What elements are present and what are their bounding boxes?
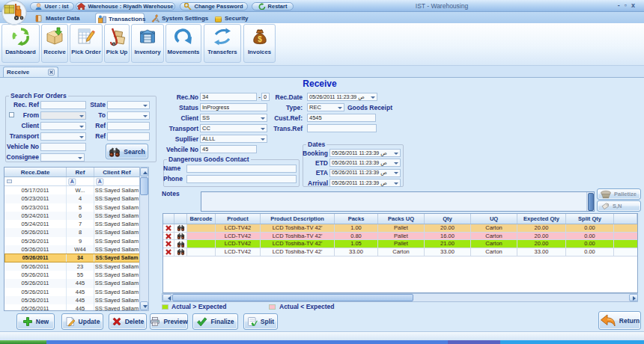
scroll-right-icon[interactable] (629, 294, 638, 301)
product-col-header[interactable]: Split Qty (566, 214, 614, 224)
change-password-button[interactable]: Change Password (180, 2, 248, 10)
filter-a-icon[interactable]: A (68, 178, 76, 185)
product-grid-row[interactable]: LCD-TV42 LCD Toshiba-TV 42' 1.05 Pallet … (163, 240, 637, 248)
start-button[interactable] (0, 340, 46, 344)
find-row-cell[interactable] (174, 248, 187, 257)
delete-row-cell[interactable] (163, 224, 174, 233)
orders-grid-row[interactable]: 05/26/20119SS:Sayed Sallam (4, 237, 148, 245)
orders-grid-row[interactable]: 05/26/2011445SS:Sayed Sallam (4, 296, 148, 304)
search-button[interactable]: Search (106, 144, 148, 159)
orders-grid-row[interactable]: 05/26/201134SS:Sayed Sallam (4, 254, 148, 262)
product-grid-row[interactable]: LCD-TV42 LCD Toshiba-TV 42' 33.00 Carton… (163, 248, 637, 257)
tab-security[interactable]: Security (212, 13, 254, 23)
supplier-select[interactable]: ALLL (200, 135, 267, 143)
arrival-date-select[interactable]: 05/26/2011 11:23:39 ص (329, 179, 401, 187)
orders-grid-row[interactable]: 05/26/20118SS:Sayed Sallam (4, 228, 148, 236)
finalize-button[interactable]: Finalize (192, 313, 238, 330)
phone-input[interactable] (186, 175, 297, 183)
to-select[interactable] (107, 111, 150, 120)
toolbar-pick-order-button[interactable]: Pick Order (70, 24, 103, 63)
transport-select[interactable]: CC (200, 124, 267, 132)
new-button[interactable]: New (16, 313, 55, 330)
scroll-left-icon[interactable] (162, 294, 171, 301)
split-button[interactable]: Split (243, 313, 278, 330)
palletize-button[interactable]: Palletize (597, 188, 641, 200)
orders-grid-row[interactable]: 05/26/2011W44SS:Sayed Sallam (4, 245, 148, 254)
orders-grid-row[interactable]: 05/26/201155SS:Sayed Sallam (4, 271, 148, 279)
orders-grid-row[interactable]: 05/26/2011445SS:Sayed Sallam (4, 304, 148, 311)
state-select[interactable] (107, 101, 150, 109)
rec-date-select[interactable]: 05/26/2011 11:23:39 ص (307, 93, 377, 101)
name-input[interactable] (186, 165, 297, 173)
restart-button[interactable]: Restart (252, 2, 294, 10)
update-button[interactable]: Update (61, 313, 103, 330)
close-button[interactable]: x (631, 2, 635, 8)
notes-scroll-thumb[interactable] (588, 193, 594, 211)
orders-grid-row[interactable]: 05/23/20114SS:Sayed Sallam (4, 194, 148, 203)
trans-ref-input[interactable] (307, 124, 377, 132)
tab-transactions[interactable]: Transactions (95, 13, 145, 24)
delete-row-cell[interactable] (163, 233, 174, 241)
find-row-cell[interactable] (174, 240, 187, 248)
type-select[interactable]: REC (307, 103, 344, 111)
orders-grid-row[interactable]: 05/26/2011445SS:Sayed Sallam (4, 288, 148, 296)
scroll-thumb[interactable] (172, 294, 413, 301)
maximize-button[interactable]: ▫ (625, 2, 627, 8)
product-col-header[interactable]: Packs UQ (378, 214, 425, 224)
product-col-header[interactable]: Product (216, 214, 261, 224)
product-col-header[interactable]: Expected Qty (517, 214, 566, 224)
orders-grid-row[interactable]: 05/24/20117SS:Sayed Sallam (4, 220, 148, 228)
eta-date-select[interactable]: 05/26/2011 11:23:39 ص (329, 169, 401, 177)
product-col-header[interactable]: Qty (425, 214, 471, 224)
product-col-header[interactable]: Barcode (187, 214, 216, 224)
find-row-cell[interactable] (174, 233, 187, 241)
product-col-header[interactable]: UQ (471, 214, 517, 224)
scroll-up-icon[interactable] (140, 168, 148, 176)
close-tab-icon[interactable] (48, 69, 55, 76)
product-grid-hscrollbar[interactable] (162, 293, 638, 302)
product-col-header[interactable]: Product Description (261, 214, 335, 224)
minimize-button[interactable]: - (618, 2, 620, 8)
sn-button[interactable]: S,N (597, 200, 641, 212)
orders-grid-vscrollbar[interactable] (139, 167, 149, 311)
scroll-thumb[interactable] (140, 177, 148, 195)
filter-a-icon[interactable]: A (96, 178, 104, 185)
product-grid-row[interactable]: LCD-TV42 LCD Toshiba-TV 42' 0.80 Pallet … (163, 233, 637, 241)
orders-col-header[interactable]: Ref (67, 168, 94, 176)
tab-system-settings[interactable]: System Settings (149, 13, 206, 23)
user-pill[interactable]: User : ist (30, 2, 74, 10)
preview-button[interactable]: Preview (150, 313, 188, 330)
filter-indicator-icon[interactable] (7, 179, 12, 183)
product-col-header[interactable]: Packs (335, 214, 378, 224)
orders-grid-row[interactable]: 05/24/20116SS:Sayed Sallam (4, 212, 148, 220)
scroll-down-icon[interactable] (140, 301, 148, 310)
vehicle-input[interactable]: 45 (200, 145, 257, 153)
taskbar-app-button[interactable] (448, 340, 500, 344)
product-grid-row[interactable]: LCD-TV42 LCD Toshiba-TV 42' 1.00 Pallet … (163, 224, 637, 233)
orders-grid-row[interactable]: 05/26/201123SS:Sayed Sallam (4, 262, 148, 271)
tab-master-data[interactable]: Master Data (33, 13, 87, 23)
consignee-select[interactable] (40, 153, 85, 162)
warehouse-pill[interactable]: Warehouse : Riyadh Warehouse (76, 2, 175, 10)
status-input[interactable]: InProgress (200, 103, 267, 111)
orders-col-header[interactable]: Rece.Date (4, 168, 67, 176)
return-button[interactable]: Return (598, 311, 641, 330)
toolbar-transfers-button[interactable]: Transefers (204, 24, 241, 63)
toolbar-inventory-button[interactable]: Inventory (131, 24, 164, 63)
toolbar-movements-button[interactable]: Movements (165, 24, 201, 63)
booking-date-select[interactable]: 05/26/2011 11:23:39 ص (329, 149, 401, 157)
tab-receive-document[interactable]: Receive (3, 67, 58, 77)
toolbar-dashboard-button[interactable]: Dashboard (1, 24, 40, 63)
delete-row-cell[interactable] (163, 248, 174, 257)
notes-textarea[interactable] (201, 191, 595, 212)
cust-ref-input[interactable]: 4545 (307, 114, 376, 122)
delete-row-cell[interactable] (163, 240, 174, 248)
toolbar-receive-button[interactable]: Receive (41, 24, 68, 63)
notes-scrollbar[interactable] (586, 192, 594, 211)
rec-no-input[interactable]: 34 (200, 93, 257, 101)
ref2-input[interactable] (107, 132, 150, 141)
orders-grid-row[interactable]: 05/26/2011445SS:Sayed Sallam (4, 279, 148, 287)
vehicle-filter-input[interactable] (40, 143, 86, 151)
orders-grid-row[interactable]: 05/23/20115SS:Sayed Sallam (4, 203, 148, 212)
toolbar-pick-up-button[interactable]: Pick Up (104, 24, 130, 63)
